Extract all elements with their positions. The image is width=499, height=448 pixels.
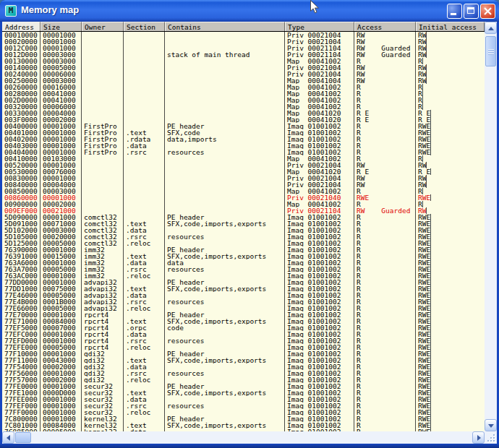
table-row[interactable]: 0028000000041000Map 00041002RR bbox=[2, 90, 485, 97]
table-row[interactable]: 0033000000004000Map 00041020R ER E bbox=[2, 110, 485, 116]
title-bar[interactable]: M Memory map bbox=[0, 0, 499, 22]
table-row[interactable]: 0084000000004000Priv 00021004RWRW bbox=[2, 181, 485, 188]
table-row[interactable]: 0053000000076000Map 00041020R ER E bbox=[2, 168, 485, 175]
vertical-scrollbar[interactable] bbox=[485, 22, 497, 431]
table-row[interactable]: 0040300000001000FirstPro.dataImag 010010… bbox=[2, 142, 485, 149]
table-row[interactable]: 0012D00000003000stack of main threadPriv… bbox=[2, 51, 485, 58]
table-row[interactable]: 7C80000000001000kernel32PE headerImag 01… bbox=[2, 415, 485, 422]
maximize-button[interactable] bbox=[464, 4, 479, 19]
column-header-size[interactable]: Size bbox=[40, 22, 82, 31]
scroll-left-button[interactable] bbox=[2, 431, 14, 444]
cell-access: R bbox=[354, 220, 416, 227]
table-row[interactable]: 0052000000001000Priv 00021004RWRW bbox=[2, 162, 485, 168]
table-row[interactable]: 0002000000001000Priv 00021004RWRW bbox=[2, 38, 485, 45]
column-header-access[interactable]: Access bbox=[354, 22, 416, 31]
cell-contains bbox=[165, 90, 285, 97]
column-header-initial_access[interactable]: Initial access bbox=[416, 22, 485, 31]
table-row[interactable]: 0026000000016000Map 00041002RR bbox=[2, 84, 485, 90]
scroll-right-button[interactable] bbox=[472, 431, 485, 444]
cell-type: Imag 01001002 bbox=[285, 272, 354, 279]
table-row[interactable]: 77E6600000005000advapi32.relocImag 01001… bbox=[2, 305, 485, 311]
table-row[interactable]: 77F5700000002000gdi32.relocImag 01001002… bbox=[2, 376, 485, 383]
cell-owner bbox=[82, 194, 124, 201]
cell-contains bbox=[165, 155, 285, 162]
cell-owner: comctl32 bbox=[82, 214, 124, 220]
table-row[interactable]: 002D000000041000Map 00041002RR bbox=[2, 97, 485, 103]
cell-owner: FirstPro bbox=[82, 149, 124, 155]
table-row[interactable]: 5D09000000001000comctl32PE headerImag 01… bbox=[2, 214, 485, 220]
cell-contains bbox=[165, 116, 285, 123]
table-row[interactable]: 763A700000005000imm32.rsrcresourcesImag … bbox=[2, 266, 485, 272]
scroll-up-button[interactable] bbox=[485, 22, 497, 34]
column-header-type[interactable]: Type bbox=[285, 22, 354, 31]
table-row[interactable]: 77F5400000002000gdi32.dataImag 01001002R… bbox=[2, 363, 485, 370]
table-row[interactable]: 77E7000000001000rpcrt4PE headerImag 0100… bbox=[2, 311, 485, 318]
table-row[interactable]: 0041000000103000Map 00041002RR bbox=[2, 155, 485, 162]
table-row[interactable]: 77FEF00000001000secur32.rsrcresourcesIma… bbox=[2, 402, 485, 409]
table-row[interactable]: 77FF000000001000secur32.relocImag 010010… bbox=[2, 409, 485, 415]
table-row[interactable]: 77FE10000000D000secur32.textSFX,code,imp… bbox=[2, 389, 485, 396]
column-header-address[interactable]: Address bbox=[2, 22, 40, 31]
minimize-button[interactable] bbox=[447, 4, 462, 19]
table-row[interactable]: 77EFC00000001000rpcrt4.dataImag 01001002… bbox=[2, 331, 485, 337]
table-row[interactable]: 77EFE00000005000rpcrt4.relocImag 0100100… bbox=[2, 344, 485, 350]
horizontal-scrollbar[interactable] bbox=[2, 431, 485, 444]
resize-grip[interactable] bbox=[485, 431, 497, 444]
table-row[interactable]: 003F000000002000Map 00041020R ER E bbox=[2, 116, 485, 123]
cell-owner: secur32 bbox=[82, 389, 124, 396]
cell-access: R bbox=[354, 311, 416, 318]
table-row[interactable]: 763A600000001000imm32.datadataImag 01001… bbox=[2, 259, 485, 266]
table-row[interactable]: 77E7100000084000rpcrt4.textSFX,code,impo… bbox=[2, 318, 485, 324]
cell-address: 77E4B000 bbox=[2, 298, 40, 305]
table-row[interactable]: 77DD000000001000advapi32PE headerImag 01… bbox=[2, 279, 485, 285]
cell-size: 00001000 bbox=[40, 38, 82, 45]
horizontal-scroll-thumb[interactable] bbox=[15, 432, 31, 443]
cell-contains: PE header bbox=[165, 383, 285, 389]
table-row[interactable]: 77F1100000043000gdi32.textSFX,code,impor… bbox=[2, 357, 485, 363]
cell-size: 00001000 bbox=[40, 402, 82, 409]
table-row[interactable]: 5D09100000071000comctl32.textSFX,code,im… bbox=[2, 220, 485, 227]
table-row[interactable]: 0083000000001000Priv 00021004RWRW bbox=[2, 175, 485, 181]
table-row[interactable]: 0040200000001000FirstPro.rdatadata,impor… bbox=[2, 136, 485, 142]
table-row[interactable]: 0024000000006000Priv 00021004RWRW bbox=[2, 71, 485, 77]
cell-initial_access: R bbox=[416, 90, 423, 97]
table-row[interactable]: 5D10200000003000comctl32.dataImag 010010… bbox=[2, 227, 485, 233]
table-row[interactable]: 77EF500000007000rpcrt4.orpccodeImag 0100… bbox=[2, 324, 485, 331]
table-row[interactable]: 0032000000006000Map 00041002RR bbox=[2, 103, 485, 110]
column-header-owner[interactable]: Owner bbox=[82, 22, 124, 31]
cell-size: 00001000 bbox=[40, 415, 82, 422]
table-row[interactable]: 0040000000001000FirstProPE headerImag 01… bbox=[2, 123, 485, 129]
table-row[interactable]: 5D12500000005000comctl32.relocImag 01001… bbox=[2, 240, 485, 246]
table-row[interactable]: 7639000000001000imm32PE headerImag 01001… bbox=[2, 246, 485, 253]
table-row[interactable]: 0090000000002000Map 00041002RR bbox=[2, 201, 485, 207]
table-row[interactable]: 77FEE00000001000secur32.dataImag 0100100… bbox=[2, 396, 485, 402]
table-row[interactable]: 0025000000003000Map 00041004RWRW bbox=[2, 77, 485, 84]
scroll-down-button[interactable] bbox=[485, 419, 497, 431]
table-row[interactable]: 0012C00000001000Priv 00021104RW GuardedR… bbox=[2, 45, 485, 51]
table-row[interactable]: 77F5600000001000gdi32.rsrcresourcesImag … bbox=[2, 370, 485, 376]
table-row[interactable]: 77F1000000001000gdi32PE headerImag 01001… bbox=[2, 350, 485, 357]
table-row[interactable]: 0040100000001000FirstPro.textSFX,codeIma… bbox=[2, 129, 485, 136]
cell-owner: gdi32 bbox=[82, 370, 124, 376]
cell-size: 00001000 bbox=[40, 383, 82, 389]
table-row[interactable]: 77EFD00000001000rpcrt4.rsrcresourcesImag… bbox=[2, 337, 485, 344]
table-row[interactable]: 77E4600000005000advapi32.dataImag 010010… bbox=[2, 292, 485, 298]
close-button[interactable] bbox=[480, 4, 495, 19]
vertical-scroll-thumb[interactable] bbox=[485, 36, 496, 66]
table-row[interactable]: 5D10500000020000comctl32.rsrcresourcesIm… bbox=[2, 233, 485, 240]
table-row[interactable]: 763AC00000001000imm32.relocImag 01001002… bbox=[2, 272, 485, 279]
table-row[interactable]: 0014000000005000Priv 00021004RWRW bbox=[2, 64, 485, 71]
table-row[interactable]: 0001000000001000Priv 00021004RWRW bbox=[2, 32, 485, 38]
table-row[interactable]: 0013000000003000Map 00041002RR bbox=[2, 58, 485, 64]
table-row[interactable]: 7C80100000084000kernel32.textSFX,code,im… bbox=[2, 422, 485, 428]
table-row[interactable]: 77E4B0000001B000advapi32.rsrcresourcesIm… bbox=[2, 298, 485, 305]
table-row[interactable]: 0086000000001000Priv 00021040RWERWE bbox=[2, 194, 485, 201]
table-row[interactable]: 0085000000003000Map 00041002RR bbox=[2, 188, 485, 194]
table-row[interactable]: 009EF00000021000Priv 00021104RW GuardedR… bbox=[2, 207, 485, 214]
column-header-section[interactable]: Section bbox=[124, 22, 165, 31]
table-row[interactable]: 7639100000015000imm32.textSFX,code,impor… bbox=[2, 253, 485, 259]
column-header-contains[interactable]: Contains bbox=[165, 22, 285, 31]
table-row[interactable]: 77DD100000075000advapi32.textSFX,code,im… bbox=[2, 285, 485, 292]
table-row[interactable]: 77FE000000001000secur32PE headerImag 010… bbox=[2, 383, 485, 389]
table-row[interactable]: 0040400000001000FirstPro.rsrcresourcesIm… bbox=[2, 149, 485, 155]
